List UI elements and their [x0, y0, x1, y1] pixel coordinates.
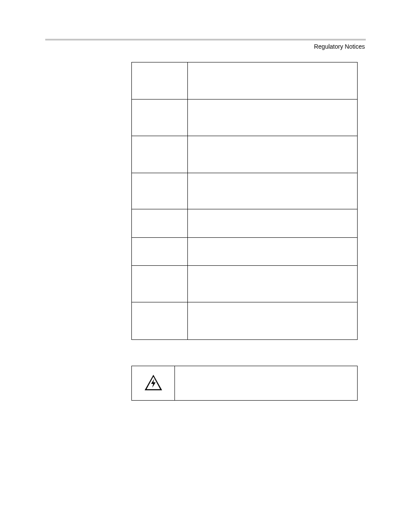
table-cell-country	[132, 62, 188, 100]
table-cell-country	[132, 266, 188, 302]
table-cell-text	[188, 173, 358, 209]
table-cell-text	[188, 238, 358, 266]
warning-table	[131, 366, 358, 401]
table-row	[132, 238, 358, 266]
warning-text-cell	[175, 366, 358, 401]
table-cell-country	[132, 302, 188, 340]
table-row	[132, 62, 358, 100]
table-cell-country	[132, 100, 188, 136]
table-row	[132, 136, 358, 173]
warning-row	[132, 366, 358, 401]
table-cell-country	[132, 173, 188, 209]
regulatory-table	[131, 62, 358, 340]
table-row	[132, 173, 358, 209]
table-row	[132, 209, 358, 238]
table-cell-text	[188, 62, 358, 100]
table-row	[132, 266, 358, 302]
header-section-title: Regulatory Notices	[45, 43, 366, 50]
electrical-hazard-icon	[144, 374, 163, 393]
table-cell-text	[188, 209, 358, 238]
table-cell-country	[132, 238, 188, 266]
header-divider	[45, 39, 366, 40]
warning-icon-cell	[132, 366, 175, 401]
table-cell-text	[188, 136, 358, 173]
table-row	[132, 302, 358, 340]
table-cell-country	[132, 209, 188, 238]
table-cell-country	[132, 136, 188, 173]
table-row	[132, 100, 358, 136]
table-cell-text	[188, 266, 358, 302]
table-cell-text	[188, 100, 358, 136]
table-cell-text	[188, 302, 358, 340]
